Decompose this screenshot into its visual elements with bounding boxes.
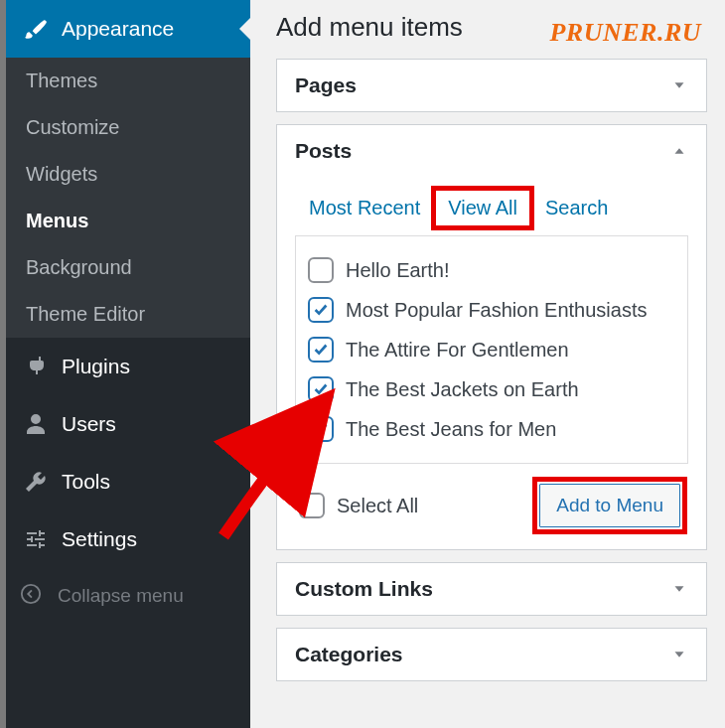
chevron-down-icon xyxy=(670,580,688,598)
sidebar-item-label: Settings xyxy=(62,527,137,551)
checkbox[interactable] xyxy=(308,376,334,402)
item-label: Most Popular Fashion Enthusiasts xyxy=(346,299,648,322)
sidebar-item-label: Appearance xyxy=(62,17,174,41)
checkbox[interactable] xyxy=(308,297,334,323)
acc-title: Pages xyxy=(295,73,357,97)
add-to-menu-highlight: Add to Menu xyxy=(535,480,684,531)
chevron-down-icon xyxy=(670,76,688,94)
acc-title: Categories xyxy=(295,643,403,666)
checkbox[interactable] xyxy=(308,257,334,283)
checkbox[interactable] xyxy=(308,416,334,442)
list-item[interactable]: Most Popular Fashion Enthusiasts xyxy=(308,290,675,330)
sidebar-item-label: Users xyxy=(62,412,116,436)
plug-icon xyxy=(22,353,50,380)
sidebar-item-appearance[interactable]: Appearance xyxy=(6,0,250,58)
item-label: The Best Jeans for Men xyxy=(346,418,556,441)
acc-title: Posts xyxy=(295,139,352,163)
sidebar-item-plugins[interactable]: Plugins xyxy=(6,338,250,395)
accordion-categories-header[interactable]: Categories xyxy=(277,629,706,680)
tab-search[interactable]: Search xyxy=(531,189,622,227)
wrench-icon xyxy=(22,468,50,496)
accordion-pages: Pages xyxy=(276,59,707,112)
appearance-submenu: Themes Customize Widgets Menus Backgroun… xyxy=(6,58,250,338)
collapse-icon xyxy=(20,583,46,609)
collapse-label: Collapse menu xyxy=(58,585,184,607)
admin-sidebar: Appearance Themes Customize Widgets Menu… xyxy=(0,0,250,728)
chevron-up-icon xyxy=(670,142,688,160)
svg-point-0 xyxy=(22,585,40,603)
accordion-pages-header[interactable]: Pages xyxy=(277,60,706,111)
list-item[interactable]: The Attire For Gentlemen xyxy=(308,330,675,369)
chevron-down-icon xyxy=(670,646,688,663)
item-label: The Best Jackets on Earth xyxy=(346,378,579,401)
posts-tabs: Most Recent View All Search xyxy=(295,189,688,227)
user-icon xyxy=(22,410,50,438)
tab-most-recent[interactable]: Most Recent xyxy=(295,189,434,227)
sidebar-item-tools[interactable]: Tools xyxy=(6,453,250,510)
list-item[interactable]: The Best Jeans for Men xyxy=(308,409,675,449)
submenu-themes[interactable]: Themes xyxy=(6,58,250,104)
sidebar-item-settings[interactable]: Settings xyxy=(6,510,250,568)
main-content: Add menu items PRUNER.RU Pages Posts Mos… xyxy=(250,0,725,728)
add-to-menu-button[interactable]: Add to Menu xyxy=(539,484,680,527)
select-all[interactable]: Select All xyxy=(299,493,418,518)
watermark: PRUNER.RU xyxy=(549,18,701,48)
accordion-posts-body: Most Recent View All Search Hello Earth!… xyxy=(277,189,706,549)
accordion-posts-header[interactable]: Posts xyxy=(277,125,706,177)
brush-icon xyxy=(22,15,50,43)
accordion-custom-links: Custom Links xyxy=(276,562,707,616)
list-item[interactable]: The Best Jackets on Earth xyxy=(308,369,675,409)
acc-title: Custom Links xyxy=(295,577,433,601)
checkbox[interactable] xyxy=(299,493,325,518)
sliders-icon xyxy=(22,525,50,553)
accordion-custom-links-header[interactable]: Custom Links xyxy=(277,563,706,615)
submenu-widgets[interactable]: Widgets xyxy=(6,151,250,198)
submenu-background[interactable]: Background xyxy=(6,244,250,291)
list-item[interactable]: Hello Earth! xyxy=(308,250,675,290)
accordion-categories: Categories xyxy=(276,628,707,681)
sidebar-item-label: Plugins xyxy=(62,355,130,378)
checkbox[interactable] xyxy=(308,337,334,363)
item-label: The Attire For Gentlemen xyxy=(346,339,569,362)
submenu-menus[interactable]: Menus xyxy=(6,198,250,244)
posts-checklist: Hello Earth! Most Popular Fashion Enthus… xyxy=(295,235,688,464)
submenu-customize[interactable]: Customize xyxy=(6,104,250,151)
tab-view-all[interactable]: View All xyxy=(434,189,531,227)
accordion-posts: Posts Most Recent View All Search Hello … xyxy=(276,124,707,550)
submenu-theme-editor[interactable]: Theme Editor xyxy=(6,291,250,338)
select-all-label: Select All xyxy=(337,495,418,517)
posts-actions: Select All Add to Menu xyxy=(295,480,688,531)
item-label: Hello Earth! xyxy=(346,259,450,282)
sidebar-item-label: Tools xyxy=(62,470,110,494)
collapse-menu[interactable]: Collapse menu xyxy=(6,568,250,624)
sidebar-item-users[interactable]: Users xyxy=(6,395,250,453)
